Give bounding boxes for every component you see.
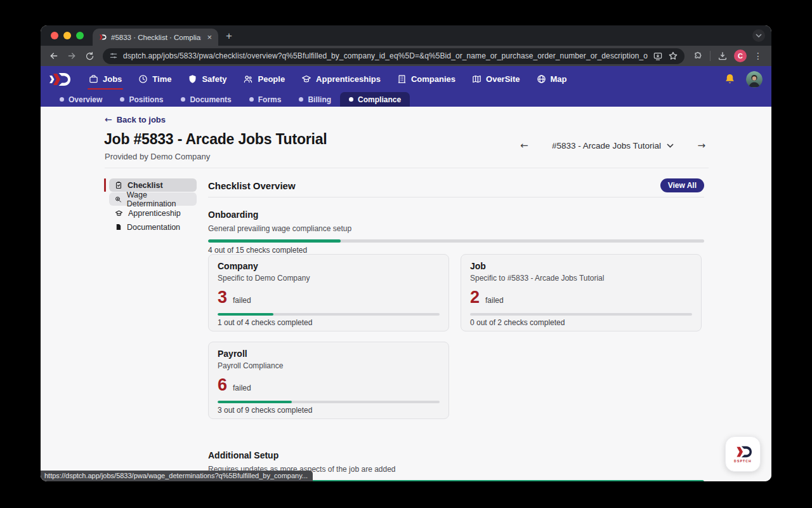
globe-icon <box>537 74 546 84</box>
progress-fill <box>218 401 292 403</box>
reload-button[interactable] <box>81 48 98 64</box>
progress-bar <box>218 401 440 403</box>
onboarding-section: Onboarding General prevailing wage compl… <box>208 210 704 255</box>
back-arrow-icon: ← <box>105 114 112 124</box>
previous-job-button[interactable]: ← <box>520 140 528 151</box>
nav-item-time[interactable]: Time <box>131 66 179 92</box>
nav-item-oversite[interactable]: OverSite <box>464 66 527 92</box>
profile-avatar: C <box>734 50 747 62</box>
failed-count: 3 <box>218 289 227 305</box>
card-title: Company <box>218 261 440 271</box>
progress-caption: 1 out of 4 checks completed <box>218 318 440 327</box>
clock-icon <box>138 74 148 84</box>
dot-icon <box>60 97 64 102</box>
download-icon <box>717 51 728 61</box>
next-job-button[interactable]: → <box>697 140 705 151</box>
job-subnav: Overview Positions Documents Forms Billi… <box>41 92 771 107</box>
app-nav: Jobs Time Safety People Apprenticeships … <box>41 66 771 92</box>
nav-label: Map <box>551 74 567 84</box>
shield-icon <box>188 74 197 84</box>
graduation-cap-icon <box>115 210 123 217</box>
sidebar-item-documentation[interactable]: Documentation <box>109 220 197 234</box>
tab-search-button[interactable] <box>752 29 765 42</box>
sidebar-label: Apprenticeship <box>128 209 181 218</box>
browser-window: #5833 · Checklist · Complian × + dsptch.… <box>41 25 771 481</box>
subnav-item-billing[interactable]: Billing <box>290 92 340 107</box>
failed-label: failed <box>233 296 251 305</box>
zoom-window-button[interactable] <box>76 32 84 39</box>
forward-button[interactable] <box>63 48 80 64</box>
kebab-icon: ⋮ <box>754 51 763 61</box>
nav-item-companies[interactable]: Companies <box>390 66 463 92</box>
new-tab-button[interactable]: + <box>226 30 232 43</box>
profile-button[interactable]: C <box>732 48 749 64</box>
close-window-button[interactable] <box>51 32 58 39</box>
subnav-label: Forms <box>258 95 282 104</box>
card-subtitle: Specific to #5833 - Arcade Jobs Tutorial <box>470 274 692 283</box>
forward-icon <box>67 51 77 61</box>
sidebar-item-apprenticeship[interactable]: Apprenticeship <box>109 206 197 220</box>
nav-item-apprenticeships[interactable]: Apprenticeships <box>294 66 388 92</box>
browser-toolbar: dsptch.app/jobs/5833/pwa/checklist/overv… <box>41 46 771 66</box>
minimize-window-button[interactable] <box>63 32 71 39</box>
back-to-jobs-link[interactable]: ← Back to jobs <box>105 114 166 124</box>
install-icon[interactable] <box>653 51 663 61</box>
dot-icon <box>181 97 185 102</box>
bell-icon[interactable] <box>724 73 736 85</box>
tab-strip: #5833 · Checklist · Complian × + <box>41 25 771 46</box>
puzzle-icon <box>693 51 703 61</box>
failed-label: failed <box>485 296 504 305</box>
subnav-label: Documents <box>190 95 231 104</box>
browser-menu-button[interactable]: ⋮ <box>750 48 766 64</box>
nav-label: People <box>258 74 285 84</box>
progress-fill <box>208 239 341 243</box>
dot-icon <box>249 97 254 102</box>
card-job[interactable]: Job Specific to #5833 - Arcade Jobs Tuto… <box>461 254 702 331</box>
failed-count: 6 <box>218 377 227 393</box>
nav-label: Time <box>152 74 171 84</box>
search-dollar-icon <box>115 196 122 203</box>
card-payroll[interactable]: Payroll Payroll Compliance 6 failed 3 ou… <box>208 342 449 419</box>
subnav-label: Billing <box>308 95 331 104</box>
extensions-button[interactable] <box>690 48 706 64</box>
dsptch-fab-button[interactable]: DSPTCH <box>725 436 761 472</box>
header-divider <box>105 168 709 168</box>
nav-right <box>724 71 763 88</box>
back-link-label: Back to jobs <box>117 115 166 124</box>
failed-label: failed <box>233 384 251 392</box>
back-button[interactable] <box>46 48 62 64</box>
nav-item-map[interactable]: Map <box>529 66 575 92</box>
nav-item-jobs[interactable]: Jobs <box>81 66 129 92</box>
subnav-item-positions[interactable]: Positions <box>111 92 172 107</box>
subnav-label: Positions <box>129 95 163 104</box>
nav-item-people[interactable]: People <box>235 66 292 92</box>
user-avatar[interactable] <box>746 71 763 88</box>
nav-item-safety[interactable]: Safety <box>180 66 234 92</box>
progress-fill <box>218 313 273 316</box>
url-text: dsptch.app/jobs/5833/pwa/checklist/overv… <box>123 51 648 60</box>
subnav-item-overview[interactable]: Overview <box>51 92 111 107</box>
dot-icon <box>349 97 353 102</box>
url-bar[interactable]: dsptch.app/jobs/5833/pwa/checklist/overv… <box>103 48 684 64</box>
browser-tab[interactable]: #5833 · Checklist · Complian × <box>93 29 218 46</box>
progress-bar <box>470 313 692 316</box>
job-select-dropdown[interactable]: #5833 - Arcade Jobs Tutorial <box>552 141 674 150</box>
nav-label: Jobs <box>103 74 122 84</box>
downloads-button[interactable] <box>714 48 731 64</box>
view-all-button[interactable]: View All <box>660 178 704 192</box>
nav-label: OverSite <box>486 74 520 84</box>
briefcase-icon <box>89 74 98 84</box>
tab-close-icon[interactable]: × <box>206 33 213 41</box>
progress-caption: 3 out of 9 checks completed <box>218 406 440 415</box>
sidebar-item-wage-determination[interactable]: Wage Determination <box>109 192 197 206</box>
section-divider <box>208 197 704 197</box>
card-company[interactable]: Company Specific to Demo Company 3 faile… <box>208 254 449 331</box>
subnav-item-documents[interactable]: Documents <box>172 92 240 107</box>
bookmark-star-icon[interactable] <box>668 51 678 61</box>
progress-caption: 4 out of 15 checks completed <box>208 246 704 255</box>
sidebar-label: Documentation <box>127 223 180 232</box>
job-select-value: #5833 - Arcade Jobs Tutorial <box>552 141 661 150</box>
subnav-item-forms[interactable]: Forms <box>240 92 291 107</box>
dsptch-logo[interactable] <box>49 72 71 87</box>
subnav-item-compliance[interactable]: Compliance <box>340 92 410 107</box>
